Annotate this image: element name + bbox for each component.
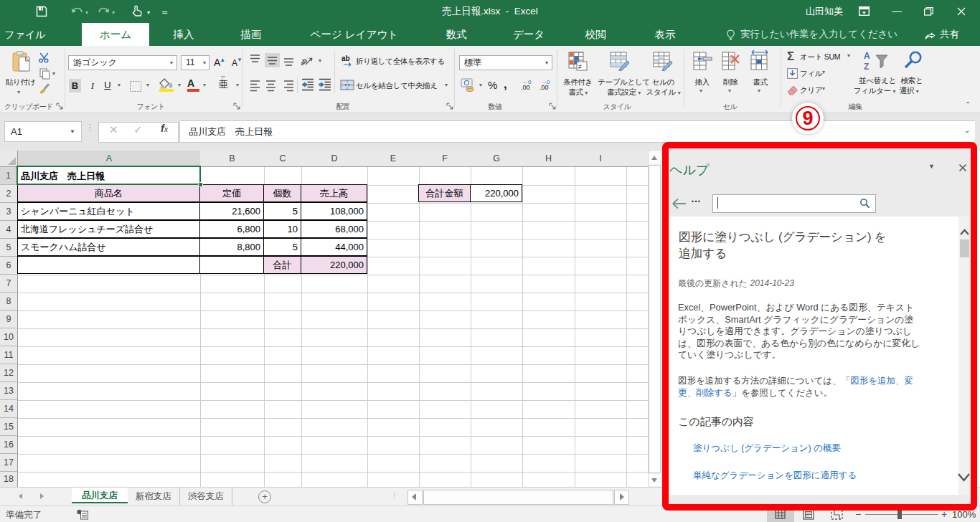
svg-text:A: A xyxy=(864,51,870,61)
svg-text:ab: ab xyxy=(301,57,309,67)
svg-text:→0: →0 xyxy=(541,80,550,85)
svg-text:Z: Z xyxy=(864,62,869,72)
svg-text:←0: ←0 xyxy=(522,80,532,85)
svg-text:ab: ab xyxy=(341,54,350,62)
svg-text:≠: ≠ xyxy=(578,63,582,70)
